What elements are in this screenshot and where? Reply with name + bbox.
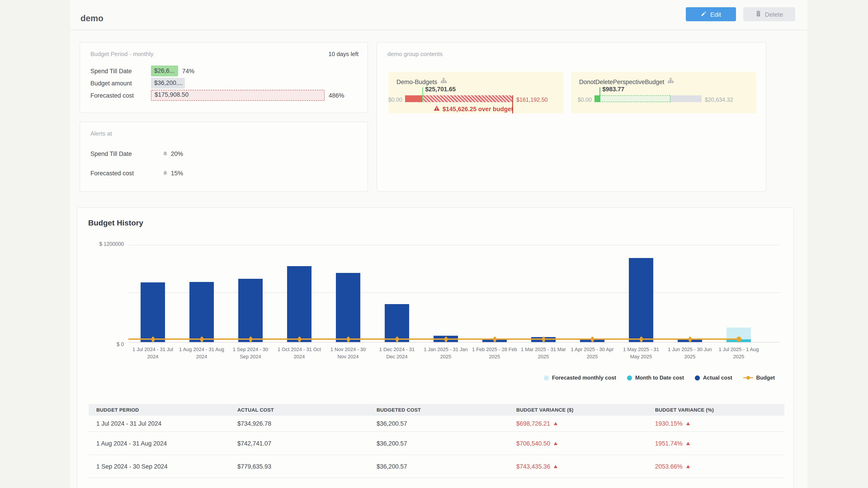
variance-up-icon [686, 442, 690, 445]
budget-marker[interactable] [444, 336, 447, 342]
metric-percent: 486% [329, 92, 344, 99]
legend-item[interactable]: Budget [743, 375, 775, 381]
legend-label: Actual cost [703, 375, 732, 381]
budget-marker[interactable] [395, 336, 399, 342]
bar-start-label: $0.00 [386, 97, 402, 103]
cell-variance-usd: $743,435.36 [516, 463, 655, 470]
overbudget-warning: $145,626.25 over budget [434, 105, 513, 113]
overbudget-warning-text: $145,626.25 over budget [442, 105, 513, 112]
gridline-max [128, 245, 779, 246]
bell-icon [162, 170, 168, 176]
budget-marker[interactable] [688, 336, 691, 342]
cell-variance-pct: 1930.15% [655, 420, 784, 427]
budget-marker[interactable] [346, 336, 350, 342]
table-row: 1 Aug 2024 - 31 Aug 2024$742,741.07$36,2… [89, 432, 784, 455]
delete-button-label: Delete [765, 11, 783, 18]
column-header: BUDGET VARIANCE ($) [516, 407, 655, 413]
alerts-card: Alerts at Spend Till Date20%Forecasted c… [80, 122, 368, 192]
cell-variance-pct: 2053.66% [655, 463, 784, 470]
legend-item[interactable]: Actual cost [695, 375, 732, 381]
edit-button[interactable]: Edit [686, 7, 736, 21]
metric-label: Spend Till Date [90, 68, 151, 74]
spend-marker-label: $25,701.65 [425, 86, 456, 93]
column-header: BUDGET VARIANCE (%) [655, 407, 784, 413]
x-axis-label: 1 Jun 2025 - 30 Jun 2025 [667, 346, 712, 360]
alert-rows: Spend Till Date20%Forecasted cost15% [90, 148, 183, 187]
page-title: demo [81, 13, 103, 24]
content-column: demo Edit Delete Budget Period - monthly… [70, 0, 807, 488]
alerts-card-header: Alerts at [90, 130, 112, 137]
legend-dot-icon [544, 375, 549, 380]
cell-budgeted-cost: $36,200.57 [377, 440, 516, 447]
alert-threshold: 15% [162, 170, 183, 176]
x-axis-label: 1 Feb 2025 - 28 Feb 2025 [472, 346, 517, 360]
cell-actual-cost: $742,741.07 [237, 440, 377, 447]
chart-bar-actual[interactable] [336, 273, 360, 342]
column-header: ACTUAL COST [237, 407, 377, 413]
chart-bar-actual[interactable] [141, 283, 165, 342]
budget-metric-row: Budget amount$36,200.... [90, 78, 361, 89]
variance-pct-value: 1930.15% [655, 420, 683, 427]
alert-row: Forecasted cost15% [90, 168, 183, 178]
perspective-icon [440, 78, 447, 86]
budget-tile-title: DonotDeletePerspectiveBudget [579, 78, 674, 86]
variance-usd-value: $706,540.50 [516, 440, 550, 447]
cell-budgeted-cost: $36,200.57 [377, 420, 516, 427]
budget-line [128, 338, 739, 340]
budget-usage-bar [405, 95, 513, 102]
budget-usage-bar [594, 95, 702, 102]
x-axis-label: 1 Jan 2025 - 31 Jan 2025 [423, 346, 468, 360]
budget-marker[interactable] [640, 336, 643, 342]
table-row: 1 Sep 2024 - 30 Sep 2024$779,635.93$36,2… [89, 455, 784, 478]
budget-legend-marker-icon [743, 375, 753, 380]
bar-spend-segment [594, 95, 600, 102]
budget-marker[interactable] [249, 336, 252, 342]
legend-label: Month to Date cost [635, 375, 684, 381]
x-axis-label: 1 Jul 2024 - 31 Jul 2024 [130, 346, 176, 360]
alert-label: Spend Till Date [90, 150, 162, 157]
bar-end-label: $161,192.50 [516, 97, 548, 103]
page-header: demo Edit Delete [70, 0, 807, 30]
budget-marker[interactable] [542, 336, 545, 342]
spend-marker-line [600, 87, 600, 102]
chart-bar-actual[interactable] [238, 279, 263, 342]
chart-bar-actual[interactable] [385, 304, 409, 342]
metric-value-chip: $36,200.... [151, 78, 185, 89]
variance-up-icon [554, 465, 557, 468]
cell-budget-period: 1 Sep 2024 - 30 Sep 2024 [96, 463, 237, 470]
bar-start-label: $0.00 [576, 97, 592, 103]
variance-up-icon [554, 442, 557, 445]
column-header: BUDGETED COST [377, 407, 516, 413]
variance-up-icon [554, 422, 557, 425]
delete-button[interactable]: Delete [743, 7, 795, 21]
bar-remaining-segment [671, 95, 702, 102]
spend-marker-label: $983.77 [602, 86, 625, 93]
x-axis-label: 1 Sep 2024 - 30 Sep 2024 [228, 346, 273, 360]
budget-tile[interactable]: DonotDeletePerspectiveBudget$0.00$983.77… [571, 72, 756, 113]
budget-marker[interactable] [151, 336, 154, 342]
chart-bar-actual[interactable] [629, 258, 653, 342]
legend-item[interactable]: Forecasted monthly cost [544, 375, 616, 381]
metric-value-chip: $26,6... [151, 66, 178, 76]
pencil-icon [701, 11, 707, 18]
budget-marker[interactable] [298, 336, 301, 342]
budget-marker[interactable] [591, 336, 594, 342]
chart-bar-actual[interactable] [287, 266, 311, 342]
alert-threshold-value: 15% [171, 170, 183, 176]
legend-label: Forecasted monthly cost [552, 375, 616, 381]
budget-marker[interactable] [200, 336, 203, 342]
legend-item[interactable]: Month to Date cost [627, 375, 684, 381]
budget-name: Demo-Budgets [397, 78, 437, 85]
alert-label: Forecasted cost [90, 170, 162, 176]
budget-marker[interactable] [736, 337, 741, 341]
chart-bar-actual[interactable] [189, 282, 214, 342]
budget-name: DonotDeletePerspectiveBudget [579, 78, 664, 85]
y-axis-label-max: $ 1200000 [86, 241, 124, 247]
x-axis-label: 1 Aug 2024 - 31 Aug 2024 [179, 346, 224, 360]
chart-legend: Forecasted monthly costMonth to Date cos… [544, 375, 775, 381]
budget-tile[interactable]: Demo-Budgets$0.00$25,701.65$161,192.50$1… [388, 72, 563, 113]
variance-pct-value: 2053.66% [655, 463, 683, 470]
budget-marker[interactable] [493, 336, 496, 342]
y-axis-label-zero: $ 0 [86, 341, 124, 347]
variance-usd-value: $743,435.36 [516, 463, 550, 470]
